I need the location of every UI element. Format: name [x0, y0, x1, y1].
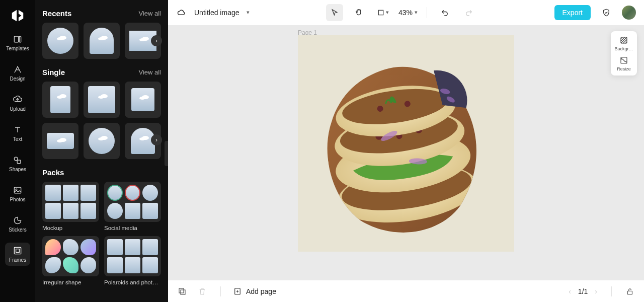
svg-rect-28	[179, 288, 184, 293]
zoom-level[interactable]: 43%▾	[398, 9, 418, 17]
recents-header: Recents View all	[42, 9, 161, 18]
svg-rect-29	[181, 290, 185, 294]
nav-stickers[interactable]: Stickers	[5, 212, 30, 236]
design-icon	[13, 64, 23, 74]
pack-item[interactable]: Mockup	[42, 182, 99, 231]
frame-thumb[interactable]	[125, 82, 161, 118]
cloud-sync-icon[interactable]	[176, 7, 187, 18]
nav-upload-label: Upload	[10, 106, 26, 112]
canvas-page[interactable]	[298, 35, 514, 252]
crop-tool[interactable]: ▾	[374, 4, 391, 21]
pack-item[interactable]: Irregular shape	[42, 236, 99, 285]
recents-title: Recents	[42, 9, 71, 18]
next-page-button: ›	[593, 285, 599, 297]
topbar: Untitled image ▾ ▾ 43%▾ Export	[168, 0, 644, 25]
frames-panel: Recents View all › Single View all › Pac…	[35, 0, 168, 302]
nav-rail: Templates Design Upload Text Shapes Phot…	[0, 0, 35, 302]
frame-thumb[interactable]	[42, 82, 78, 118]
frame-thumb[interactable]	[42, 123, 78, 159]
chevron-down-icon: ▾	[415, 9, 418, 16]
hand-tool[interactable]	[350, 4, 367, 21]
recents-view-all[interactable]: View all	[138, 10, 161, 17]
nav-stickers-label: Stickers	[9, 227, 27, 233]
pack-label: Mockup	[42, 225, 99, 231]
recents-thumbs: ›	[42, 23, 161, 59]
single-thumbs: ›	[42, 82, 161, 159]
zoom-value: 43%	[398, 9, 413, 17]
title-chevron-icon[interactable]: ▾	[247, 9, 250, 16]
templates-icon	[13, 34, 23, 44]
nav-frames[interactable]: Frames	[5, 243, 30, 266]
single-title: Single	[42, 68, 65, 77]
add-page-button[interactable]: Add page	[233, 287, 276, 296]
resize-label: Resize	[613, 66, 635, 71]
pager: ‹ 1/1 ›	[567, 285, 599, 297]
trash-button	[196, 285, 208, 297]
single-header: Single View all	[42, 68, 161, 77]
add-page-label: Add page	[246, 287, 276, 295]
upload-icon	[13, 95, 23, 105]
nav-frames-label: Frames	[9, 257, 26, 263]
canvas-viewport[interactable]: Page 1	[168, 25, 644, 280]
pack-item[interactable]: Social media	[104, 182, 161, 231]
pack-item[interactable]: Polaroids and photo f…	[104, 236, 161, 285]
export-button[interactable]: Export	[554, 5, 591, 20]
document-title[interactable]: Untitled image	[194, 9, 239, 17]
pager-text: 1/1	[578, 287, 588, 295]
prev-page-button: ‹	[567, 285, 573, 297]
add-page-icon	[233, 287, 242, 296]
nav-shapes-label: Shapes	[9, 167, 26, 172]
chevron-down-icon: ▾	[386, 9, 389, 16]
redo-button	[460, 4, 477, 21]
nav-photos[interactable]: Photos	[5, 182, 30, 205]
background-label: Backgr…	[613, 46, 635, 51]
right-tools-panel: Backgr… Resize	[611, 31, 637, 76]
background-button[interactable]: Backgr…	[612, 35, 636, 51]
packs-title: Packs	[42, 168, 64, 177]
nav-text-label: Text	[13, 136, 22, 142]
background-icon	[619, 35, 629, 45]
nav-design[interactable]: Design	[5, 61, 30, 85]
svg-rect-1	[19, 36, 21, 42]
nav-upload[interactable]: Upload	[5, 92, 30, 115]
svg-rect-7	[16, 249, 20, 253]
pack-label: Polaroids and photo f…	[104, 279, 161, 285]
select-tool[interactable]	[326, 4, 343, 21]
nav-shapes[interactable]: Shapes	[5, 152, 30, 175]
text-icon	[13, 125, 23, 135]
frame-thumb[interactable]	[42, 23, 78, 59]
shapes-icon	[13, 155, 23, 165]
frame-thumb[interactable]	[84, 123, 120, 159]
scroll-right-icon[interactable]: ›	[151, 134, 162, 145]
svg-rect-3	[17, 160, 21, 164]
app-logo[interactable]	[9, 7, 26, 24]
single-view-all[interactable]: View all	[138, 68, 161, 76]
lock-button[interactable]	[624, 285, 636, 297]
user-avatar[interactable]	[622, 6, 636, 20]
nav-templates-label: Templates	[6, 46, 29, 51]
frames-icon	[13, 246, 23, 256]
main-area: Untitled image ▾ ▾ 43%▾ Export Page 1	[168, 0, 644, 302]
shield-icon[interactable]	[598, 4, 615, 21]
nav-photos-label: Photos	[10, 197, 25, 202]
svg-rect-0	[14, 36, 18, 42]
nav-text[interactable]: Text	[5, 122, 30, 145]
nav-design-label: Design	[10, 76, 25, 82]
pack-label: Social media	[104, 225, 161, 231]
packs-header: Packs	[42, 168, 161, 177]
frame-thumb[interactable]	[84, 23, 120, 59]
packs-grid: Mockup Social media Irregular shape Pola…	[42, 182, 161, 285]
resize-icon	[619, 55, 629, 65]
scroll-right-icon[interactable]: ›	[151, 35, 162, 46]
resize-button[interactable]: Resize	[612, 55, 636, 71]
nav-templates[interactable]: Templates	[5, 31, 30, 54]
svg-rect-8	[378, 10, 383, 15]
panel-collapse-handle[interactable]	[165, 141, 168, 166]
undo-button[interactable]	[436, 4, 453, 21]
frame-thumb[interactable]	[84, 82, 120, 118]
svg-rect-6	[14, 247, 21, 254]
framed-image[interactable]	[320, 63, 481, 234]
layers-button[interactable]	[176, 285, 188, 297]
stickers-icon	[13, 215, 23, 225]
svg-rect-31	[628, 291, 632, 294]
